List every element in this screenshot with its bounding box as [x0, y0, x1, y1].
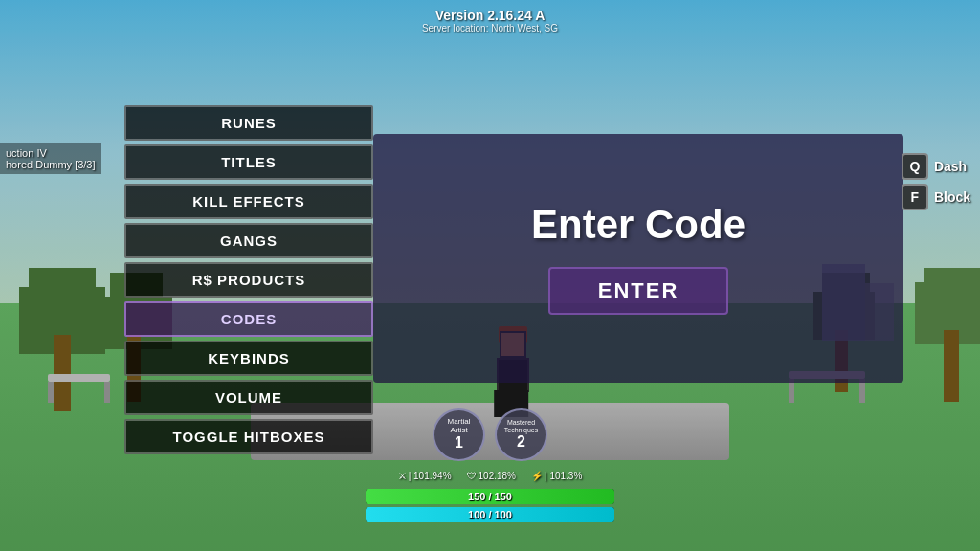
hp-bar-text: 150 / 150	[366, 489, 614, 504]
stamina-bar-text: 100 / 100	[366, 507, 614, 522]
skill-martial-artist-level: 1	[455, 434, 463, 452]
sword-icon: ⚔	[398, 471, 407, 481]
bench-left	[48, 374, 110, 403]
quest-line1: uction IV	[6, 147, 96, 159]
stat-defense: 🛡 102.18%	[467, 471, 516, 481]
version-info: Version 2.16.24 A Server location: North…	[422, 8, 558, 33]
enter-code-button[interactable]: ENTER	[548, 267, 729, 315]
stamina-bar-wrapper: 100 / 100	[366, 507, 614, 522]
menu-item-gangs[interactable]: GANGS	[124, 223, 373, 258]
skill-martial-artist-name: MartialArtist	[447, 418, 470, 435]
keybind-block: F Block	[902, 184, 970, 210]
enter-code-title: Enter Code	[531, 202, 746, 248]
hp-bar-container: 150 / 150 100 / 100	[366, 489, 614, 522]
keybinds-panel: Q Dash F Block	[902, 153, 970, 210]
bottom-hud: MartialArtist 1 MasteredTechniques 2 ⚔ |…	[327, 408, 653, 522]
keybind-block-label: Block	[934, 189, 970, 205]
skill-mastered-techniques: MasteredTechniques 2	[495, 408, 547, 461]
stats-row: ⚔ | 101.94% 🛡 102.18% ⚡ | 101.3%	[398, 471, 583, 481]
menu-item-codes[interactable]: CODES	[124, 301, 373, 337]
hp-bar-wrapper: 150 / 150	[366, 489, 614, 504]
stat-defense-value: 102.18%	[479, 471, 516, 481]
menu-item-rs-products[interactable]: R$ PRODUCTS	[124, 262, 373, 298]
code-entry-panel: Enter Code ENTER	[373, 134, 903, 383]
menu-item-keybinds[interactable]: KEYBINDS	[124, 341, 373, 376]
quest-info: uction IV hored Dummy [3/3]	[0, 143, 101, 174]
shield-icon: 🛡	[467, 471, 477, 481]
menu-panel: RUNES TITLES KILL EFFECTS GANGS R$ PRODU…	[124, 105, 373, 454]
key-q: Q	[902, 153, 928, 180]
server-text: Server location: North West, SG	[422, 23, 558, 33]
key-f: F	[902, 184, 928, 210]
menu-item-kill-effects[interactable]: KILL EFFECTS	[124, 184, 373, 219]
skill-circles: MartialArtist 1 MasteredTechniques 2	[433, 408, 547, 461]
stat-attack: ⚔ | 101.94%	[398, 471, 452, 481]
skill-mastered-level: 2	[517, 433, 525, 451]
lightning-icon: ⚡	[531, 471, 543, 481]
skill-mastered-name: MasteredTechniques	[504, 419, 538, 433]
stat-speed-value: | 101.3%	[545, 471, 582, 481]
version-text: Version 2.16.24 A	[422, 8, 558, 23]
skill-martial-artist: MartialArtist 1	[433, 408, 485, 461]
menu-item-runes[interactable]: RUNES	[124, 105, 373, 141]
stat-speed: ⚡ | 101.3%	[531, 471, 582, 481]
keybind-dash: Q Dash	[902, 153, 970, 180]
keybind-dash-label: Dash	[934, 159, 967, 174]
stat-attack-value: | 101.94%	[409, 471, 452, 481]
quest-line2: hored Dummy [3/3]	[6, 159, 96, 170]
menu-item-titles[interactable]: TITLES	[124, 144, 373, 180]
